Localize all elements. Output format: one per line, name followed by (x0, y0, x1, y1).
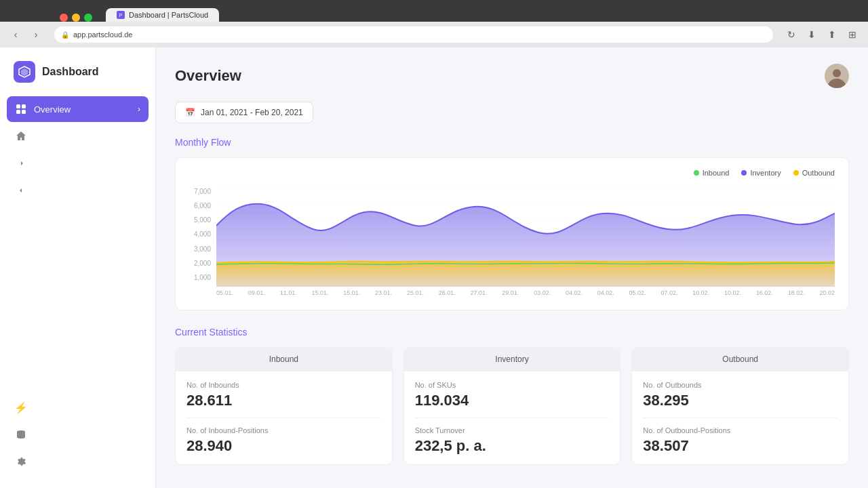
sidebar-item-home[interactable] (7, 123, 149, 149)
inbound-legend-dot (694, 170, 699, 176)
x-label-1101: 11.01. (280, 289, 297, 296)
page-title: Overview (175, 67, 241, 85)
sidebar-item-settings[interactable] (7, 449, 149, 474)
svg-rect-3 (22, 104, 26, 108)
x-axis: 05.01. 09.01. 11.01. 15.01. 15.01. 23.01… (216, 287, 835, 296)
chevron-right-icon: › (138, 104, 140, 114)
x-label-0502: 05.02. (629, 289, 646, 296)
x-label-1002b: 10.02. (724, 289, 741, 296)
inventory-card-header: Inventory (404, 348, 620, 371)
inventory-stat-label-2: Stock Turnover (415, 426, 610, 434)
sidebar-navigation: Overview › (0, 96, 155, 203)
settings-icon (15, 455, 27, 468)
x-label-1802: 18.02. (788, 289, 805, 296)
app-title: Dashboard (42, 66, 99, 78)
sidebar-item-overview[interactable]: Overview › (7, 96, 149, 122)
back-button[interactable]: ‹ (8, 27, 23, 42)
inbound-stat-label-2: No. of Inbound-Positions (186, 426, 381, 434)
current-statistics-title: Current Statistics (175, 327, 849, 338)
database-icon (15, 428, 27, 441)
x-label-0901: 09.01. (248, 289, 265, 296)
share-button[interactable]: ⬆ (825, 27, 840, 42)
svg-rect-2 (16, 104, 20, 108)
x-label-0402a: 04.02. (566, 289, 583, 296)
inventory-stat-value-1: 119.034 (415, 392, 610, 409)
sidebar-item-lightning[interactable]: ⚡ (7, 394, 149, 420)
inventory-legend-label: Inventory (750, 169, 781, 177)
x-label-2301: 23.01. (375, 289, 392, 296)
chart-container: Inbound Inventory Outbound 7,000 6,000 5… (175, 157, 849, 310)
outbound-stat-value-1: 38.295 (643, 392, 837, 409)
x-label-2701: 27.01. (471, 289, 488, 296)
address-bar[interactable]: 🔒 app.partscloud.de (54, 26, 773, 43)
outbound-card-header: Outbound (632, 348, 848, 371)
logo-icon (14, 61, 35, 83)
sidebar-item-database[interactable] (7, 422, 149, 447)
x-label-0702: 07.02. (660, 289, 677, 296)
y-label-7000: 7,000 (194, 188, 211, 195)
x-label-1501b: 15.01. (343, 289, 360, 296)
y-label-6000: 6,000 (194, 202, 211, 209)
outbound-stat-label-2: No. of Outbound-Positions (643, 426, 837, 434)
outbound-legend-label: Outbound (802, 169, 835, 177)
page-header: Overview (175, 64, 849, 88)
svg-rect-4 (16, 110, 20, 114)
x-label-0501: 05.01. (216, 289, 233, 296)
overview-label: Overview (34, 104, 71, 115)
y-axis: 7,000 6,000 5,000 4,000 3,000 2,000 1,00… (189, 185, 216, 296)
stat-divider (186, 418, 381, 418)
calendar-icon: 📅 (185, 108, 195, 117)
stat-divider-inv (415, 418, 610, 418)
x-label-1602: 16.02. (756, 289, 773, 296)
y-label-5000: 5,000 (194, 216, 211, 224)
sidebar-item-outbound[interactable] (7, 178, 149, 203)
download-button[interactable]: ⬇ (804, 27, 819, 42)
browser-chrome: P Dashboard | PartsCloud ‹ › 🔒 app.parts… (0, 0, 868, 47)
inbound-stat-value-1: 28.611 (186, 392, 381, 409)
chart-svg (216, 185, 835, 287)
app-layout: Dashboard Overview › (0, 47, 868, 488)
extensions-button[interactable]: ⊞ (845, 27, 860, 42)
close-window-button[interactable] (60, 14, 68, 22)
inventory-legend-dot (741, 170, 747, 176)
inbound-legend-label: Inbound (703, 169, 730, 177)
date-range-button[interactable]: 📅 Jan 01, 2021 - Feb 20, 2021 (175, 102, 313, 123)
monthly-flow-title: Monthly Flow (175, 137, 849, 148)
inbound-stat-label-1: No. of Inbounds (186, 381, 381, 389)
reload-button[interactable]: ↻ (784, 27, 799, 42)
maximize-window-button[interactable] (84, 14, 92, 22)
chart-svg-container: 05.01. 09.01. 11.01. 15.01. 15.01. 23.01… (216, 185, 835, 296)
sidebar-bottom: ⚡ (0, 394, 155, 474)
overview-icon (15, 103, 27, 115)
x-label-2002: 20.02 (819, 289, 835, 296)
legend-outbound: Outbound (793, 169, 835, 177)
x-label-0302: 03.02. (534, 289, 551, 296)
outbound-icon (15, 184, 27, 197)
browser-tab[interactable]: P Dashboard | PartsCloud (106, 8, 219, 22)
lightning-icon: ⚡ (15, 401, 27, 413)
svg-point-8 (833, 69, 841, 77)
outbound-stat-value-2: 38.507 (643, 437, 837, 455)
outbound-stat-label-1: No. of Outbounds (643, 381, 837, 389)
stat-card-inventory: Inventory No. of SKUs 119.034 Stock Turn… (403, 347, 621, 465)
y-label-4000: 4,000 (194, 230, 211, 238)
inventory-card-body: No. of SKUs 119.034 Stock Turnover 232,5… (404, 371, 620, 464)
inbound-card-header: Inbound (176, 348, 392, 371)
x-label-1002a: 10.02. (692, 289, 709, 296)
minimize-window-button[interactable] (72, 14, 80, 22)
forward-button[interactable]: › (28, 27, 43, 42)
browser-toolbar: ‹ › 🔒 app.partscloud.de ↻ ⬇ ⬆ ⊞ (0, 22, 868, 47)
y-label-1000: 1,000 (194, 274, 211, 281)
inventory-stat-value-2: 232,5 p. a. (415, 437, 610, 455)
inventory-stat-label-1: No. of SKUs (415, 381, 610, 389)
date-range-text: Jan 01, 2021 - Feb 20, 2021 (201, 108, 303, 117)
sidebar-item-inbound[interactable] (7, 150, 149, 176)
tab-title: Dashboard | PartsCloud (129, 11, 208, 19)
user-avatar[interactable] (825, 64, 849, 88)
traffic-lights (60, 14, 92, 22)
outbound-card-body: No. of Outbounds 38.295 No. of Outbound-… (632, 371, 848, 464)
home-icon (15, 130, 27, 142)
chart-body: 7,000 6,000 5,000 4,000 3,000 2,000 1,00… (189, 185, 835, 296)
inbound-card-body: No. of Inbounds 28.611 No. of Inbound-Po… (176, 371, 392, 464)
main-content: Overview 📅 Jan 01, 2021 - Feb 20, 2021 M… (156, 47, 868, 488)
